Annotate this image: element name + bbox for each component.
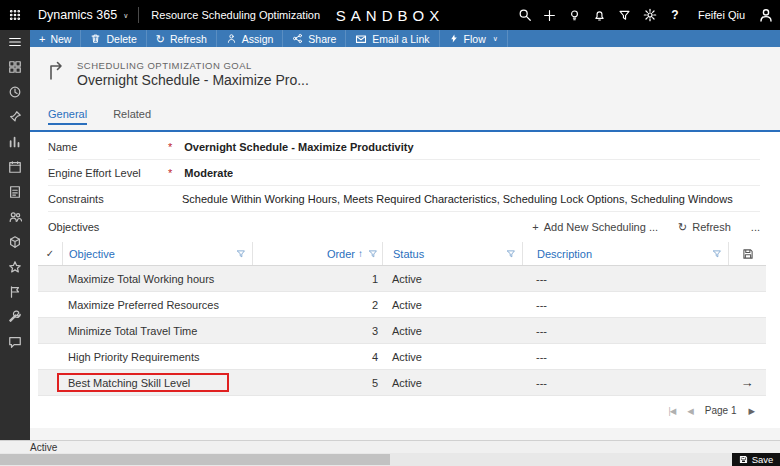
horizontal-scrollbar-thumb[interactable] xyxy=(0,454,390,465)
sidebar-item-goals[interactable] xyxy=(8,260,22,274)
description-cell: --- xyxy=(522,318,728,343)
help-button[interactable]: ? xyxy=(667,7,683,23)
first-page-button[interactable]: |◀ xyxy=(668,406,675,416)
sidebar-item-recent[interactable] xyxy=(8,85,22,99)
app-launcher-button[interactable] xyxy=(0,9,30,21)
new-button[interactable]: + New xyxy=(30,30,81,47)
record-status: Active xyxy=(30,442,57,453)
grid-save-layout-button[interactable] xyxy=(728,242,766,265)
flag-icon xyxy=(8,285,22,299)
save-button[interactable]: Save xyxy=(732,453,780,466)
sidebar-item-calendar[interactable] xyxy=(8,160,22,174)
save-label: Save xyxy=(752,454,774,465)
filter-funnel-icon[interactable] xyxy=(236,249,246,259)
column-header-status[interactable]: Status xyxy=(382,242,522,265)
sidebar-item-feedback[interactable] xyxy=(8,335,22,349)
action-label: Refresh xyxy=(692,221,731,233)
calendar-icon xyxy=(8,160,22,174)
command-bar: + New Delete ↻ Refresh Assign Share Emai… xyxy=(30,30,780,47)
objectives-section-header: Objectives + Add New Scheduling ... ↻ Re… xyxy=(30,212,780,242)
settings-button[interactable] xyxy=(642,7,658,23)
people-icon xyxy=(8,210,22,224)
objective-text: High Priority Requirements xyxy=(68,351,199,363)
objective-text: Maximize Total Working hours xyxy=(68,273,214,285)
objective-row-2[interactable]: Maximize Preferred Resources 2 Active --… xyxy=(38,292,766,318)
objective-row-1[interactable]: Maximize Total Working hours 1 Active --… xyxy=(38,266,766,292)
field-value-name[interactable]: Overnight Schedule - Maximize Productivi… xyxy=(184,141,413,153)
order-cell: 5 xyxy=(252,370,382,395)
grid-refresh-button[interactable]: ↻ Refresh xyxy=(678,221,731,234)
flow-button[interactable]: Flow ∨ xyxy=(440,30,508,47)
objective-cell: Minimize Total Travel Time xyxy=(62,318,252,343)
column-header-objective[interactable]: Objective xyxy=(62,242,252,265)
current-user-name[interactable]: Feifei Qiu xyxy=(698,9,745,21)
assign-button[interactable]: Assign xyxy=(217,30,284,47)
tab-related[interactable]: Related xyxy=(113,108,151,125)
form-tabs: General Related xyxy=(48,108,151,125)
row-checkbox[interactable] xyxy=(38,318,62,343)
filter-funnel-icon[interactable] xyxy=(712,249,722,259)
app-chevron-icon: ∨ xyxy=(123,12,128,20)
row-end-cell xyxy=(728,266,766,291)
clipboard-icon xyxy=(8,185,22,199)
envelope-icon xyxy=(355,33,367,45)
column-header-description[interactable]: Description xyxy=(522,242,728,265)
status-cell: Active xyxy=(382,266,522,291)
hamburger-menu-icon xyxy=(8,35,22,49)
objective-row-5[interactable]: Best Matching Skill Level 5 Active --- → xyxy=(38,370,766,396)
grid-pagination: |◀ ◀ Page 1 ▶ xyxy=(30,396,780,416)
bottom-bar: Save xyxy=(0,453,780,466)
sidebar-item-pinned[interactable] xyxy=(8,110,22,124)
select-all-header[interactable]: ✓ xyxy=(38,242,62,265)
tab-general[interactable]: General xyxy=(48,108,87,125)
refresh-button[interactable]: ↻ Refresh xyxy=(147,30,217,47)
clock-icon xyxy=(8,85,22,99)
column-header-order[interactable]: Order ↑ xyxy=(252,242,382,265)
filter-funnel-icon[interactable] xyxy=(506,249,516,259)
delete-button[interactable]: Delete xyxy=(81,30,146,47)
learning-path-button[interactable] xyxy=(567,7,583,23)
email-link-button[interactable]: Email a Link xyxy=(346,30,439,47)
user-menu-button[interactable] xyxy=(758,7,774,23)
floppy-disk-icon xyxy=(742,248,754,260)
objective-row-4[interactable]: High Priority Requirements 4 Active --- xyxy=(38,344,766,370)
sidebar-item-tasks[interactable] xyxy=(8,185,22,199)
row-open-record-button[interactable]: → xyxy=(728,370,766,395)
sidebar-item-home[interactable] xyxy=(8,60,22,74)
topnav-actions: ? Feifei Qiu xyxy=(517,0,774,30)
sidebar-item-settings[interactable] xyxy=(8,310,22,324)
sidebar-menu-button[interactable] xyxy=(8,35,22,49)
order-cell: 4 xyxy=(252,344,382,369)
share-button[interactable]: Share xyxy=(283,30,346,47)
row-checkbox[interactable] xyxy=(38,266,62,291)
row-end-cell xyxy=(728,344,766,369)
row-checkbox[interactable] xyxy=(38,292,62,317)
next-page-button[interactable]: ▶ xyxy=(748,406,754,416)
sidebar-item-optimization[interactable] xyxy=(8,285,22,299)
add-new-scheduling-button[interactable]: + Add New Scheduling ... xyxy=(532,221,658,233)
filter-funnel-icon[interactable] xyxy=(368,249,378,259)
column-label: Objective xyxy=(69,248,115,260)
sidebar-item-resources[interactable] xyxy=(8,210,22,224)
objective-row-3[interactable]: Minimize Total Travel Time 3 Active --- xyxy=(38,318,766,344)
advanced-find-button[interactable] xyxy=(617,7,633,23)
field-value-engine-effort[interactable]: Moderate xyxy=(184,167,233,179)
row-arrow-icon: → xyxy=(741,375,754,390)
command-label: Delete xyxy=(106,33,136,45)
row-checkbox[interactable] xyxy=(38,344,62,369)
field-value-constraints[interactable]: Schedule Within Working Hours, Meets Req… xyxy=(182,193,733,205)
wrench-icon xyxy=(8,310,22,324)
pin-icon xyxy=(8,110,22,124)
previous-page-button[interactable]: ◀ xyxy=(687,406,693,416)
app-title[interactable]: Dynamics 365 xyxy=(38,8,117,22)
main-content: SCHEDULING OPTIMIZATION GOAL Overnight S… xyxy=(30,47,780,440)
more-commands-button[interactable]: ... xyxy=(751,221,760,233)
sidebar-item-products[interactable] xyxy=(8,235,22,249)
search-button[interactable] xyxy=(517,7,533,23)
status-cell: Active xyxy=(382,318,522,343)
objective-cell: Maximize Preferred Resources xyxy=(62,292,252,317)
quick-create-button[interactable] xyxy=(542,7,558,23)
solution-area-title[interactable]: Resource Scheduling Optimization xyxy=(151,9,320,21)
sidebar-item-dashboards[interactable] xyxy=(8,135,22,149)
notifications-button[interactable] xyxy=(592,7,608,23)
